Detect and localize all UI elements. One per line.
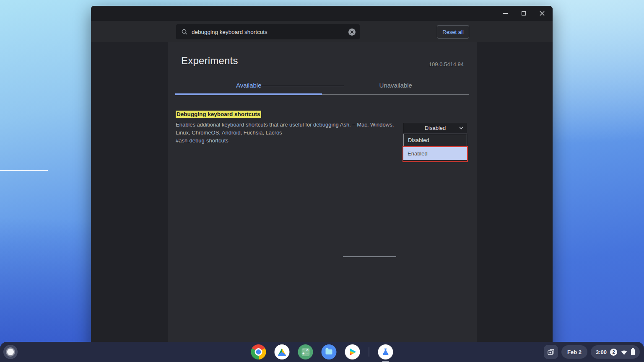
app-flags-active[interactable] <box>378 344 393 359</box>
left-margin <box>91 42 168 362</box>
launcher-icon <box>7 349 14 355</box>
files-icon <box>322 344 337 359</box>
stacked-windows-icon <box>547 348 555 356</box>
window-titlebar <box>91 6 553 21</box>
date-label: Feb 2 <box>567 349 582 355</box>
close-button[interactable] <box>537 8 548 19</box>
wifi-icon <box>621 349 628 355</box>
minimize-icon <box>503 13 508 14</box>
status-area: Feb 2 3:00 2 <box>544 345 640 359</box>
maximize-button[interactable] <box>518 8 529 19</box>
active-app-indicator <box>382 361 389 362</box>
app-play-store[interactable] <box>345 344 360 359</box>
wallpaper-line-artifact <box>0 170 48 171</box>
shelf: − × + = <box>0 342 644 362</box>
search-box[interactable] <box>176 24 360 39</box>
flag-select-value: Disabled <box>425 125 446 131</box>
notification-count-badge: 2 <box>610 349 617 356</box>
tab-unavailable[interactable]: Unavailable <box>322 79 470 92</box>
play-store-icon <box>350 349 356 356</box>
chrome-icon <box>251 344 266 359</box>
chrome-flags-window: Reset all Experiments 109.0.5414.94 Avai… <box>91 6 553 362</box>
launcher-button[interactable] <box>3 345 18 359</box>
shelf-app-row: − × + = <box>251 344 393 359</box>
flag-select-dropdown[interactable]: Disabled <box>403 123 467 133</box>
reset-all-button[interactable]: Reset all <box>437 25 469 39</box>
chevron-down-icon <box>459 127 463 129</box>
right-margin <box>477 42 553 362</box>
minimize-button[interactable] <box>500 8 511 19</box>
option-disabled[interactable]: Disabled <box>403 134 467 146</box>
screen-capture-button[interactable] <box>544 345 558 359</box>
window-body: Experiments 109.0.5414.94 Available Unav… <box>91 42 553 362</box>
system-tray-button[interactable]: 3:00 2 <box>591 345 640 359</box>
search-input[interactable] <box>192 29 348 35</box>
app-calculator[interactable]: − × + = <box>298 344 313 359</box>
app-google-drive[interactable] <box>275 344 290 359</box>
flask-icon <box>381 347 390 357</box>
date-button[interactable]: Feb 2 <box>561 345 587 359</box>
flags-content-panel: Experiments 109.0.5414.94 Available Unav… <box>168 42 477 362</box>
shelf-separator <box>369 347 369 357</box>
dropdown-option-list: Disabled Enabled <box>403 134 467 162</box>
flag-description: Enables additional keyboard shortcuts th… <box>176 121 404 137</box>
time-label: 3:00 <box>596 349 607 355</box>
app-chrome[interactable] <box>251 344 266 359</box>
clear-search-button[interactable] <box>348 28 356 36</box>
window-controls <box>500 6 548 21</box>
search-icon <box>181 28 188 35</box>
tab-bar: Available Unavailable <box>175 79 469 92</box>
stray-line-artifact-2 <box>343 256 396 257</box>
red-annotation-box: Enabled <box>402 146 468 162</box>
close-icon <box>539 10 545 16</box>
tab-available[interactable]: Available <box>175 79 322 92</box>
battery-icon <box>631 349 635 355</box>
flag-name-highlighted: Debugging keyboard shortcuts <box>176 111 261 118</box>
google-drive-icon <box>278 348 286 356</box>
desktop: Reset all Experiments 109.0.5414.94 Avai… <box>0 0 644 362</box>
tab-divider-line <box>322 94 469 95</box>
page-title: Experiments <box>181 55 238 67</box>
app-files[interactable] <box>322 344 337 359</box>
version-label: 109.0.5414.94 <box>429 61 464 67</box>
clear-icon <box>350 30 354 34</box>
active-tab-underline <box>175 93 322 95</box>
stray-line-artifact <box>249 86 344 86</box>
flag-permalink[interactable]: #ash-debug-shortcuts <box>176 137 229 144</box>
option-enabled[interactable]: Enabled <box>403 147 467 160</box>
maximize-icon <box>522 11 526 16</box>
flags-toolbar: Reset all <box>91 21 553 42</box>
calculator-icon: − × + = <box>298 344 313 359</box>
